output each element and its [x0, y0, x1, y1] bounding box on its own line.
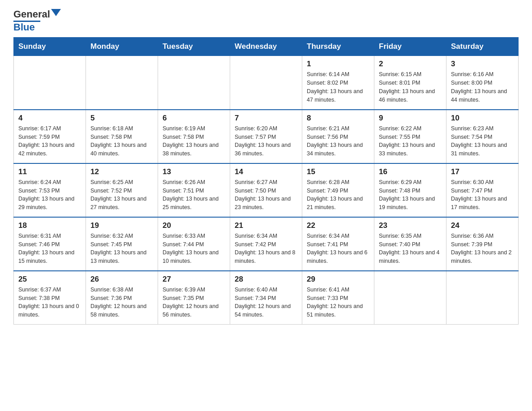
day-info: Sunrise: 6:34 AM Sunset: 7:41 PM Dayligh… [307, 232, 369, 265]
header-day-sunday: Sunday [14, 38, 86, 56]
calendar-table: SundayMondayTuesdayWednesdayThursdayFrid… [13, 37, 519, 325]
calendar-cell: 5Sunrise: 6:18 AM Sunset: 7:58 PM Daylig… [86, 110, 158, 163]
calendar-cell: 12Sunrise: 6:25 AM Sunset: 7:52 PM Dayli… [86, 163, 158, 217]
calendar-cell [374, 271, 446, 325]
calendar-week-3: 11Sunrise: 6:24 AM Sunset: 7:53 PM Dayli… [14, 163, 519, 217]
calendar-cell: 1Sunrise: 6:14 AM Sunset: 8:02 PM Daylig… [302, 56, 374, 110]
day-number: 4 [18, 114, 81, 123]
day-number: 11 [18, 167, 81, 176]
day-info: Sunrise: 6:34 AM Sunset: 7:42 PM Dayligh… [235, 232, 297, 265]
day-number: 5 [90, 114, 153, 123]
calendar-week-5: 25Sunrise: 6:37 AM Sunset: 7:38 PM Dayli… [14, 271, 519, 325]
day-number: 16 [379, 167, 442, 176]
calendar-cell: 14Sunrise: 6:27 AM Sunset: 7:50 PM Dayli… [230, 163, 302, 217]
svg-marker-0 [51, 9, 61, 16]
calendar-cell: 15Sunrise: 6:28 AM Sunset: 7:49 PM Dayli… [302, 163, 374, 217]
day-number: 13 [163, 167, 225, 176]
calendar-cell [230, 56, 302, 110]
day-info: Sunrise: 6:22 AM Sunset: 7:55 PM Dayligh… [379, 124, 442, 158]
day-info: Sunrise: 6:40 AM Sunset: 7:34 PM Dayligh… [235, 286, 297, 319]
calendar-cell [14, 56, 86, 110]
day-number: 10 [451, 114, 514, 123]
page-header: General Blue [13, 9, 519, 33]
day-info: Sunrise: 6:29 AM Sunset: 7:48 PM Dayligh… [379, 178, 442, 212]
calendar-cell: 19Sunrise: 6:32 AM Sunset: 7:45 PM Dayli… [86, 217, 158, 271]
day-info: Sunrise: 6:30 AM Sunset: 7:47 PM Dayligh… [451, 178, 514, 212]
day-number: 1 [307, 60, 369, 68]
calendar-cell: 20Sunrise: 6:33 AM Sunset: 7:44 PM Dayli… [158, 217, 230, 271]
calendar-cell: 7Sunrise: 6:20 AM Sunset: 7:57 PM Daylig… [230, 110, 302, 163]
logo-blue-text: Blue [13, 22, 35, 33]
day-number: 22 [307, 221, 369, 230]
day-info: Sunrise: 6:15 AM Sunset: 8:01 PM Dayligh… [379, 70, 442, 104]
day-number: 7 [235, 114, 297, 123]
header-day-wednesday: Wednesday [230, 38, 302, 56]
day-number: 21 [235, 221, 297, 230]
calendar-cell: 10Sunrise: 6:23 AM Sunset: 7:54 PM Dayli… [446, 110, 519, 163]
day-info: Sunrise: 6:16 AM Sunset: 8:00 PM Dayligh… [451, 70, 514, 104]
logo-triangle-icon [51, 9, 61, 19]
day-info: Sunrise: 6:23 AM Sunset: 7:54 PM Dayligh… [451, 124, 514, 158]
calendar-cell: 11Sunrise: 6:24 AM Sunset: 7:53 PM Dayli… [14, 163, 86, 217]
day-number: 3 [451, 60, 514, 68]
day-number: 6 [163, 114, 225, 123]
header-day-thursday: Thursday [302, 38, 374, 56]
day-number: 27 [163, 275, 225, 284]
day-number: 25 [18, 275, 81, 284]
calendar-cell [86, 56, 158, 110]
day-info: Sunrise: 6:18 AM Sunset: 7:58 PM Dayligh… [90, 124, 153, 158]
day-number: 18 [18, 221, 81, 230]
day-number: 12 [90, 167, 153, 176]
day-number: 8 [307, 114, 369, 123]
day-number: 2 [379, 60, 442, 68]
calendar-cell: 26Sunrise: 6:38 AM Sunset: 7:36 PM Dayli… [86, 271, 158, 325]
header-day-tuesday: Tuesday [158, 38, 230, 56]
calendar-cell: 23Sunrise: 6:35 AM Sunset: 7:40 PM Dayli… [374, 217, 446, 271]
day-info: Sunrise: 6:33 AM Sunset: 7:44 PM Dayligh… [163, 232, 225, 265]
calendar-cell: 8Sunrise: 6:21 AM Sunset: 7:56 PM Daylig… [302, 110, 374, 163]
calendar-cell: 21Sunrise: 6:34 AM Sunset: 7:42 PM Dayli… [230, 217, 302, 271]
day-number: 19 [90, 221, 153, 230]
calendar-cell: 3Sunrise: 6:16 AM Sunset: 8:00 PM Daylig… [446, 56, 519, 110]
day-info: Sunrise: 6:20 AM Sunset: 7:57 PM Dayligh… [235, 124, 297, 158]
day-number: 9 [379, 114, 442, 123]
calendar-week-2: 4Sunrise: 6:17 AM Sunset: 7:59 PM Daylig… [14, 110, 519, 163]
calendar-cell: 2Sunrise: 6:15 AM Sunset: 8:01 PM Daylig… [374, 56, 446, 110]
day-number: 20 [163, 221, 225, 230]
calendar-cell: 28Sunrise: 6:40 AM Sunset: 7:34 PM Dayli… [230, 271, 302, 325]
day-info: Sunrise: 6:24 AM Sunset: 7:53 PM Dayligh… [18, 178, 81, 212]
day-number: 29 [307, 275, 369, 284]
day-info: Sunrise: 6:21 AM Sunset: 7:56 PM Dayligh… [307, 124, 369, 158]
calendar-cell: 4Sunrise: 6:17 AM Sunset: 7:59 PM Daylig… [14, 110, 86, 163]
day-number: 23 [379, 221, 442, 230]
day-info: Sunrise: 6:19 AM Sunset: 7:58 PM Dayligh… [163, 124, 225, 158]
day-info: Sunrise: 6:27 AM Sunset: 7:50 PM Dayligh… [235, 178, 297, 212]
day-number: 28 [235, 275, 297, 284]
calendar-cell: 25Sunrise: 6:37 AM Sunset: 7:38 PM Dayli… [14, 271, 86, 325]
day-info: Sunrise: 6:25 AM Sunset: 7:52 PM Dayligh… [90, 178, 153, 212]
day-info: Sunrise: 6:41 AM Sunset: 7:33 PM Dayligh… [307, 286, 369, 319]
calendar-cell: 18Sunrise: 6:31 AM Sunset: 7:46 PM Dayli… [14, 217, 86, 271]
day-number: 15 [307, 167, 369, 176]
header-day-saturday: Saturday [446, 38, 519, 56]
logo: General Blue [13, 9, 61, 33]
day-info: Sunrise: 6:32 AM Sunset: 7:45 PM Dayligh… [90, 232, 153, 265]
day-info: Sunrise: 6:37 AM Sunset: 7:38 PM Dayligh… [18, 286, 81, 319]
calendar-cell: 17Sunrise: 6:30 AM Sunset: 7:47 PM Dayli… [446, 163, 519, 217]
day-info: Sunrise: 6:39 AM Sunset: 7:35 PM Dayligh… [163, 286, 225, 319]
calendar-cell: 13Sunrise: 6:26 AM Sunset: 7:51 PM Dayli… [158, 163, 230, 217]
calendar-cell [158, 56, 230, 110]
day-info: Sunrise: 6:38 AM Sunset: 7:36 PM Dayligh… [90, 286, 153, 319]
calendar-cell: 16Sunrise: 6:29 AM Sunset: 7:48 PM Dayli… [374, 163, 446, 217]
day-number: 17 [451, 167, 514, 176]
day-info: Sunrise: 6:31 AM Sunset: 7:46 PM Dayligh… [18, 232, 81, 265]
day-info: Sunrise: 6:35 AM Sunset: 7:40 PM Dayligh… [379, 232, 442, 265]
header-row: SundayMondayTuesdayWednesdayThursdayFrid… [14, 38, 519, 56]
calendar-header: SundayMondayTuesdayWednesdayThursdayFrid… [14, 38, 519, 56]
day-info: Sunrise: 6:26 AM Sunset: 7:51 PM Dayligh… [163, 178, 225, 212]
day-info: Sunrise: 6:17 AM Sunset: 7:59 PM Dayligh… [18, 124, 81, 158]
calendar-week-4: 18Sunrise: 6:31 AM Sunset: 7:46 PM Dayli… [14, 217, 519, 271]
calendar-cell: 29Sunrise: 6:41 AM Sunset: 7:33 PM Dayli… [302, 271, 374, 325]
day-info: Sunrise: 6:14 AM Sunset: 8:02 PM Dayligh… [307, 70, 369, 104]
calendar-cell [446, 271, 519, 325]
